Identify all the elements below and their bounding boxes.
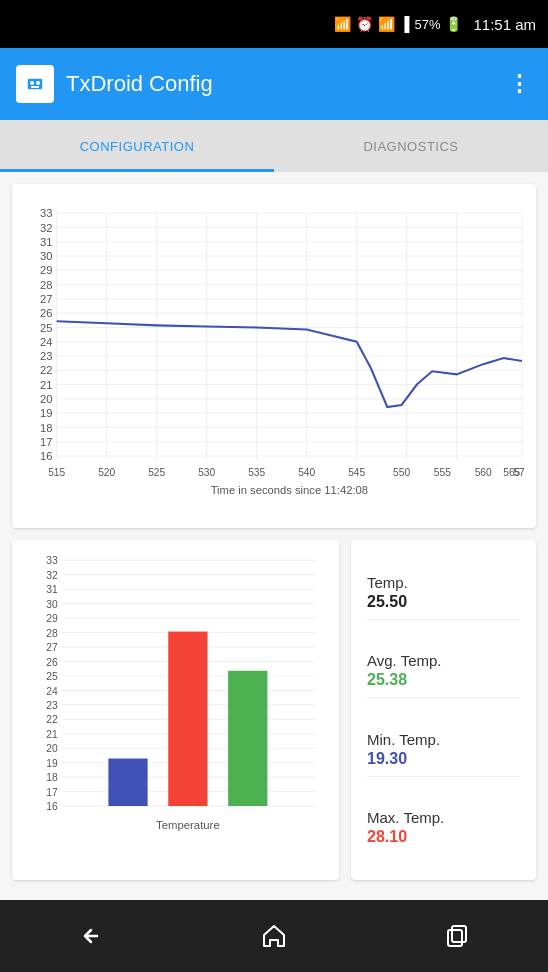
bar-chart-svg: 33 32 31 30 29 28 27 26 25 24 23 22 21 2… [22, 550, 329, 870]
app-icon [16, 65, 54, 103]
line-chart-container: 33 32 31 30 29 28 27 26 25 24 23 22 21 2… [24, 196, 524, 516]
svg-text:31: 31 [46, 584, 58, 595]
svg-text:22: 22 [46, 714, 58, 725]
svg-text:27: 27 [40, 293, 52, 305]
app-bar-left: TxDroid Config [16, 65, 213, 103]
svg-text:545: 545 [348, 467, 365, 478]
svg-text:24: 24 [46, 686, 58, 697]
line-chart-card: 33 32 31 30 29 28 27 26 25 24 23 22 21 2… [12, 184, 536, 528]
stat-avg-value: 25.38 [367, 671, 520, 689]
svg-point-2 [36, 81, 40, 85]
signal-icon: ▐ [400, 16, 410, 32]
stat-temp-label: Temp. [367, 574, 520, 591]
svg-text:32: 32 [40, 222, 52, 234]
svg-text:33: 33 [46, 555, 58, 566]
stat-avg-temp: Avg. Temp. 25.38 [367, 644, 520, 698]
svg-text:29: 29 [46, 613, 58, 624]
svg-text:25: 25 [40, 322, 52, 334]
svg-text:520: 520 [98, 467, 115, 478]
overflow-menu-icon[interactable]: ⋮ [508, 71, 532, 97]
svg-text:20: 20 [40, 393, 52, 405]
svg-text:22: 22 [40, 364, 52, 376]
bottom-section: 33 32 31 30 29 28 27 26 25 24 23 22 21 2… [12, 540, 536, 880]
stat-temp: Temp. 25.50 [367, 566, 520, 620]
svg-text:18: 18 [46, 772, 58, 783]
svg-rect-106 [452, 926, 466, 942]
svg-text:Time in seconds since 11:42:08: Time in seconds since 11:42:08 [211, 484, 368, 496]
stat-max-value: 28.10 [367, 828, 520, 846]
svg-rect-105 [448, 930, 462, 946]
tab-diagnostics[interactable]: DIAGNOSTICS [274, 120, 548, 172]
svg-text:570: 570 [513, 467, 524, 478]
wifi-icon: 📶 [378, 16, 395, 32]
svg-text:27: 27 [46, 642, 58, 653]
bar-chart-card: 33 32 31 30 29 28 27 26 25 24 23 22 21 2… [12, 540, 339, 880]
status-icons: 📶 ⏰ 📶 ▐ 57% 🔋 11:51 am [334, 16, 537, 33]
svg-text:18: 18 [40, 422, 52, 434]
svg-text:26: 26 [40, 307, 52, 319]
alarm-icon: ⏰ [356, 16, 373, 32]
stat-max-temp: Max. Temp. 28.10 [367, 801, 520, 854]
line-chart-svg: 33 32 31 30 29 28 27 26 25 24 23 22 21 2… [24, 196, 524, 516]
svg-point-1 [30, 81, 34, 85]
svg-rect-102 [168, 632, 207, 806]
svg-text:515: 515 [48, 467, 65, 478]
svg-text:560: 560 [475, 467, 492, 478]
svg-text:21: 21 [40, 379, 52, 391]
home-button[interactable] [244, 906, 304, 966]
battery-text: 57% [414, 17, 440, 32]
svg-text:30: 30 [40, 250, 52, 262]
svg-text:Temperature: Temperature [156, 819, 220, 831]
stat-min-label: Min. Temp. [367, 731, 520, 748]
app-title: TxDroid Config [66, 71, 213, 97]
svg-point-5 [34, 74, 37, 77]
svg-text:33: 33 [40, 207, 52, 219]
svg-text:23: 23 [40, 350, 52, 362]
tab-configuration[interactable]: CONFIGURATION [0, 120, 274, 172]
svg-text:19: 19 [46, 758, 58, 769]
battery-icon: 🔋 [445, 16, 462, 32]
svg-text:535: 535 [248, 467, 265, 478]
svg-text:30: 30 [46, 599, 58, 610]
stat-max-label: Max. Temp. [367, 809, 520, 826]
stat-min-temp: Min. Temp. 19.30 [367, 723, 520, 777]
svg-text:540: 540 [298, 467, 315, 478]
recents-button[interactable] [427, 906, 487, 966]
svg-text:28: 28 [40, 279, 52, 291]
svg-text:16: 16 [46, 801, 58, 812]
tabs-bar: CONFIGURATION DIAGNOSTICS [0, 120, 548, 172]
status-time: 11:51 am [473, 16, 536, 33]
svg-rect-101 [108, 759, 147, 806]
stats-card: Temp. 25.50 Avg. Temp. 25.38 Min. Temp. … [351, 540, 536, 880]
back-button[interactable] [61, 906, 121, 966]
svg-text:29: 29 [40, 264, 52, 276]
svg-text:16: 16 [40, 450, 52, 462]
svg-rect-103 [228, 671, 267, 806]
bottom-nav [0, 900, 548, 972]
stat-avg-label: Avg. Temp. [367, 652, 520, 669]
svg-text:555: 555 [434, 467, 451, 478]
svg-text:25: 25 [46, 671, 58, 682]
svg-text:23: 23 [46, 700, 58, 711]
robot-icon [23, 72, 47, 96]
svg-text:32: 32 [46, 570, 58, 581]
app-bar: TxDroid Config ⋮ [0, 48, 548, 120]
svg-text:26: 26 [46, 657, 58, 668]
svg-text:28: 28 [46, 628, 58, 639]
svg-text:17: 17 [46, 787, 58, 798]
svg-rect-0 [27, 78, 43, 90]
svg-text:19: 19 [40, 407, 52, 419]
svg-text:550: 550 [393, 467, 410, 478]
svg-text:31: 31 [40, 236, 52, 248]
status-bar: 📶 ⏰ 📶 ▐ 57% 🔋 11:51 am [0, 0, 548, 48]
svg-text:525: 525 [148, 467, 165, 478]
nfc-icon: 📶 [334, 16, 351, 32]
svg-text:24: 24 [40, 336, 52, 348]
stat-min-value: 19.30 [367, 750, 520, 768]
svg-rect-3 [31, 86, 39, 88]
svg-text:20: 20 [46, 743, 58, 754]
main-content: 33 32 31 30 29 28 27 26 25 24 23 22 21 2… [0, 172, 548, 900]
stat-temp-value: 25.50 [367, 593, 520, 611]
svg-text:21: 21 [46, 729, 58, 740]
svg-text:530: 530 [198, 467, 215, 478]
